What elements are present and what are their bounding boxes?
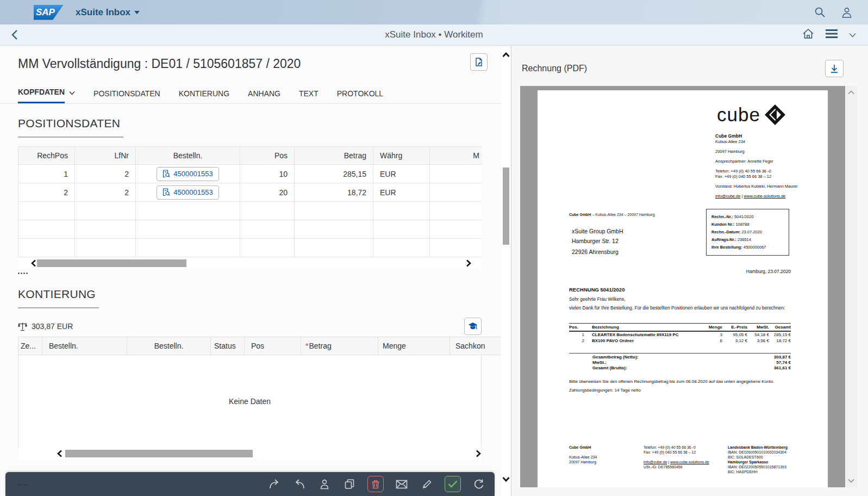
supplier-web-link[interactable]: www.cube-solutions.de — [744, 194, 786, 199]
item-preis: 95,05 € — [722, 331, 747, 338]
col-betrag[interactable]: Betrag — [295, 147, 373, 165]
item-menge: 6 — [706, 338, 722, 344]
cell-lfnr: 2 — [75, 183, 136, 202]
col-betrag-required[interactable]: *Betrag — [301, 337, 378, 355]
pdf-panel: Rechnung (PDF) cube Cube GmbH Kubus-Alle… — [511, 46, 868, 496]
cell-pos: 10 — [240, 165, 295, 183]
pdf-viewer[interactable]: cube Cube GmbH Kubus-Allee 234 20097 Ham… — [520, 86, 857, 487]
table-row-empty — [18, 220, 482, 239]
table-row[interactable]: 1 2 4500001553 10 285,15 EUR — [18, 165, 482, 183]
kontierung-table: Ze... Bestelln. Bestelln. Status Pos *Be… — [18, 337, 501, 355]
supplier-email-link[interactable]: info@cube.de — [715, 194, 740, 199]
hscroll-thumb[interactable] — [65, 450, 253, 457]
col-lfnr[interactable]: LfNr — [75, 147, 136, 165]
kontierung-empty-state: Keine Daten — [18, 355, 482, 448]
graduation-cap-icon — [468, 322, 478, 331]
approve-button[interactable] — [445, 476, 461, 492]
col-menge-clipped[interactable]: M — [430, 147, 482, 165]
email-icon[interactable] — [395, 477, 409, 491]
vscroll-thumb[interactable] — [503, 168, 509, 245]
forward-icon[interactable] — [267, 477, 282, 491]
app-switcher-caret-icon — [134, 11, 140, 14]
footer-fax: Fax: +49 (0) 040 55 66 38 – 12 — [644, 450, 728, 455]
footer-bank-name: Landesbank Baden-Württemberg — [728, 445, 793, 450]
menu-icon[interactable] — [825, 29, 838, 41]
home-icon[interactable] — [802, 28, 814, 41]
kontierung-hscrollbar[interactable] — [18, 448, 482, 460]
auto-assign-button[interactable] — [464, 318, 482, 335]
tab-protokoll[interactable]: PROTOKOLL — [337, 89, 383, 103]
meta-label: Rechn.-Datum: — [711, 230, 740, 234]
scroll-left-icon[interactable] — [55, 449, 65, 458]
scroll-up-icon[interactable] — [501, 50, 511, 60]
cell-betrag: 285,15 — [295, 165, 373, 183]
scroll-right-icon[interactable] — [473, 449, 483, 458]
sap-logo[interactable]: SAP — [34, 5, 64, 20]
tab-anhang[interactable]: ANHANG — [248, 89, 280, 103]
back-button[interactable] — [7, 27, 23, 43]
resize-grip[interactable] — [18, 483, 28, 486]
copy-icon[interactable] — [342, 477, 357, 491]
col-menge[interactable]: Menge — [378, 337, 450, 355]
hscroll-thumb[interactable] — [37, 259, 186, 267]
purchase-order-number: 4500001553 — [173, 170, 213, 178]
col-pos[interactable]: Pos — [245, 337, 301, 355]
scroll-up-icon[interactable] — [845, 87, 857, 98]
scroll-down-icon[interactable] — [845, 475, 857, 486]
workitem-vscrollbar[interactable] — [501, 46, 511, 496]
footer-iban: IBAN: DE02200505501015871393 — [728, 464, 793, 469]
purchase-order-number: 4500001553 — [173, 188, 213, 196]
pdf-panel-title: Rechnung (PDF) — [522, 64, 587, 73]
tab-kopfdaten[interactable]: KOPFDATEN — [18, 88, 75, 103]
tab-positionsdaten[interactable]: POSITIONSDATEN — [93, 89, 160, 103]
col-bestelln-1[interactable]: Bestelln. — [42, 337, 127, 355]
download-button[interactable] — [825, 60, 844, 77]
col-sachkonto[interactable]: Sachkon — [450, 337, 502, 355]
user-profile-icon[interactable] — [841, 7, 853, 18]
tab-kontierung[interactable]: KONTIERUNG — [179, 89, 229, 103]
inv-col-preis: E.-Preis — [722, 324, 747, 332]
delete-button[interactable] — [367, 476, 384, 492]
col-bestelln-2[interactable]: Bestelln. — [127, 337, 211, 355]
col-bestelln[interactable]: Bestelln. — [136, 147, 240, 165]
item-mwst: 54,18 € — [747, 331, 769, 338]
edit-workitem-button[interactable] — [470, 53, 488, 71]
edit-icon[interactable] — [420, 477, 434, 491]
scroll-down-icon[interactable] — [501, 474, 511, 484]
workitem-title: MM Vervollständigung : DE01 / 5105601857… — [18, 57, 483, 71]
col-status[interactable]: Status — [211, 337, 245, 355]
inv-col-menge: Menge — [706, 324, 722, 332]
search-icon[interactable] — [814, 7, 826, 18]
positionsdaten-hscrollbar[interactable] — [18, 257, 482, 269]
refresh-icon[interactable] — [472, 477, 486, 491]
pdf-vscrollbar[interactable] — [845, 86, 857, 487]
document-search-icon — [163, 170, 170, 178]
item-pos: 1 — [569, 331, 592, 338]
footer-bic: BIC: HASPDEHH — [728, 469, 793, 474]
purchase-order-link[interactable]: 4500001553 — [157, 167, 218, 181]
tab-dropdown-icon[interactable] — [69, 91, 75, 95]
item-name: CLEARTEX Bodenschutzmatte 89X119 PC — [592, 331, 706, 338]
table-header-row: RechPos LfNr Bestelln. Pos Betrag Währg … — [18, 147, 482, 165]
scroll-right-icon[interactable] — [464, 258, 473, 268]
tab-text[interactable]: TEXT — [299, 89, 319, 103]
col-rechpos[interactable]: RechPos — [18, 147, 75, 165]
footer-web-link[interactable]: www.cube-solutions.de — [670, 460, 709, 464]
app-switcher[interactable]: xSuite Inbox — [76, 7, 140, 18]
recipient-block: xSuite Group GmbH Hamburger Str. 12 2292… — [572, 228, 623, 258]
navigation-bar: xSuite Inbox • Workitem — [0, 24, 868, 46]
col-waehrg[interactable]: Währg — [373, 147, 430, 165]
col-betrag-label: Betrag — [309, 342, 331, 350]
chevron-down-icon[interactable] — [849, 30, 856, 40]
footer-email-link[interactable]: info@cube.de — [644, 460, 667, 464]
tab-label: TEXT — [299, 89, 319, 103]
table-row[interactable]: 2 2 4500001553 20 18,72 EUR — [18, 183, 482, 202]
col-ze[interactable]: Ze... — [18, 337, 42, 355]
cell-pos: 20 — [240, 183, 295, 202]
sender-name: Cube GmbH — [569, 213, 591, 216]
pdf-canvas: cube Cube GmbH Kubus-Allee 234 20097 Ham… — [520, 86, 845, 487]
col-pos[interactable]: Pos — [240, 147, 295, 165]
purchase-order-link[interactable]: 4500001553 — [157, 185, 218, 200]
claim-user-icon[interactable] — [317, 477, 332, 491]
undo-icon[interactable] — [292, 477, 307, 491]
